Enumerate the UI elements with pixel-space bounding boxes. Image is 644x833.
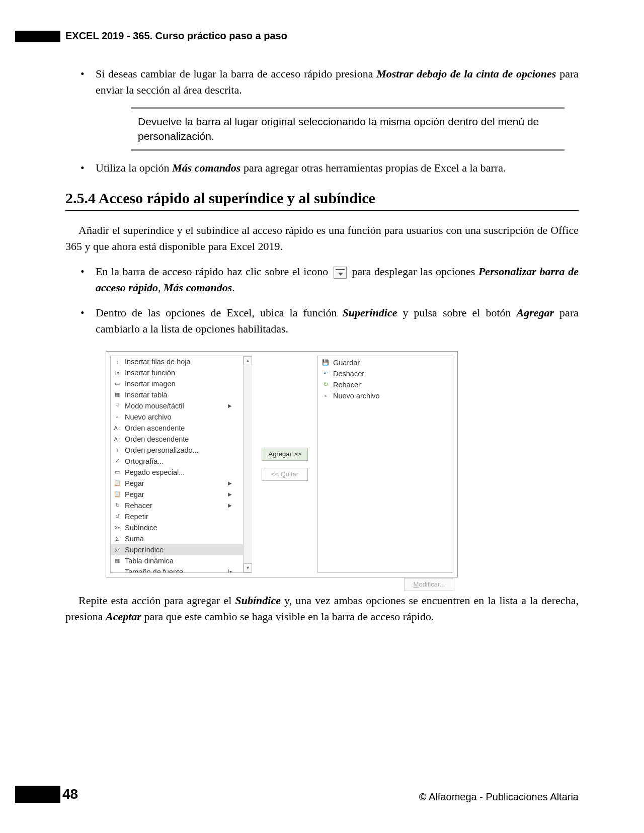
list-item[interactable]: ↻Rehacer▶ [111,500,243,511]
list-item[interactable]: ☟Modo mouse/táctil▶ [111,400,243,411]
command-icon: fx [113,369,122,377]
list-item[interactable]: Tamaño de fuenteI▾ [111,566,243,573]
list-item[interactable]: ✓Ortografía... [111,456,243,467]
scroll-down-button[interactable]: ▼ [244,563,252,572]
list-item[interactable]: A↓Orden ascendente [111,423,243,434]
list-item-label: Nuevo archivo [125,413,172,421]
command-icon: ☟ [113,402,122,410]
list-item[interactable]: ↕Insertar filas de hoja [111,356,243,367]
list-item-label: Nuevo archivo [333,392,380,400]
list-item[interactable]: fxInsertar función [111,367,243,378]
page-number: 48 [62,786,78,802]
selected-commands-list[interactable]: 💾Guardar↶Deshacer↻Rehacer▫Nuevo archivo [317,356,453,573]
copyright-text: © Alfaomega - Publicaciones Altaria [419,791,579,803]
list-item-label: Insertar imagen [125,380,176,388]
scrollbar[interactable]: ▲ ▼ [243,356,252,572]
dropdown-icon [334,267,347,279]
submenu-arrow-icon: ▶ [228,491,232,497]
text: Dentro de las opciones de Excel, ubica l… [96,306,343,319]
text: para desplegar las opciones [349,265,478,278]
list-item[interactable]: ▫Nuevo archivo [319,390,452,401]
list-item[interactable]: A↑Orden descendente [111,434,243,445]
list-item[interactable]: x₂Subíndice [111,522,243,533]
command-icon [113,568,122,573]
list-item-label: Orden personalizado... [125,446,199,454]
submenu-arrow-icon: ▶ [228,403,232,408]
command-icon: ✓ [113,457,122,465]
excel-options-dialog: ↕Insertar filas de hojafxInsertar funció… [106,351,458,577]
top-bullet-list: Si deseas cambiar de lugar la barra de a… [65,66,579,176]
available-commands-list[interactable]: ↕Insertar filas de hojafxInsertar funció… [110,356,252,573]
command-icon: ▫ [113,413,122,421]
command-icon: 💾 [321,359,330,367]
list-item[interactable]: ▭Pegado especial... [111,467,243,478]
bold-italic-text: Subíndice [235,594,280,607]
list-item-label: Superíndice [125,546,164,554]
command-icon: Σ [113,535,122,543]
command-icon: ▫ [321,392,330,400]
text: En la barra de acceso rápido haz clic so… [96,265,332,278]
bold-italic-text: Superíndice [343,306,397,319]
page-footer: 48 © Alfaomega - Publicaciones Altaria [0,786,644,803]
list-item-label: Pegar [125,490,144,498]
command-icon: 📋 [113,490,122,498]
list-item[interactable]: 📋Pegar▶ [111,478,243,489]
text: para agregar otras herramientas propias … [240,161,506,174]
list-item[interactable]: ▫Nuevo archivo [111,411,243,423]
submenu-arrow-icon: ▶ [228,503,232,508]
header-title: EXCEL 2019 - 365. Curso práctico paso a … [65,30,287,42]
list-item[interactable]: ⟟Orden personalizado... [111,445,243,456]
list-item-label: Modo mouse/táctil [125,402,184,410]
intro-paragraph: Añadir el superíndice y el subíndice al … [65,222,579,255]
modify-button[interactable]: Modificar... [404,578,454,591]
list-item[interactable]: ↺Repetir [111,511,243,522]
bold-italic-text: Más comandos [172,161,240,174]
dialog-middle-buttons: Agregar >> << Quitar [252,356,317,573]
list-item[interactable]: ΣSuma [111,533,243,544]
list-item[interactable]: 📋Pegar▶ [111,489,243,500]
list-item[interactable]: 💾Guardar [319,357,452,368]
bullet-item: Utiliza la opción Más comandos para agre… [96,160,579,176]
command-icon: ↺ [113,513,122,521]
list-item-label: Ortografía... [125,457,164,465]
page-header: EXCEL 2019 - 365. Curso práctico paso a … [65,30,579,42]
command-icon: x₂ [113,524,122,532]
command-icon: A↑ [113,435,122,443]
list-item-label: Insertar tabla [125,391,168,399]
command-icon: 📋 [113,479,122,487]
list-item[interactable]: ▦Tabla dinámica [111,555,243,566]
add-button[interactable]: Agregar >> [262,448,308,461]
command-icon: ▭ [113,468,122,476]
section-heading: 2.5.4 Acceso rápido al superíndice y al … [65,190,579,211]
extra-indicator: I▾ [228,569,232,573]
list-item-label: Rehacer [333,381,361,389]
remove-button[interactable]: << Quitar [262,468,308,481]
list-item-label: Tamaño de fuente [125,568,183,573]
list-item-label: Orden ascendente [125,424,185,432]
command-icon: ▦ [113,557,122,565]
list-item-label: Insertar filas de hoja [125,358,191,366]
bold-italic-text: Agregar [517,306,554,319]
command-icon: ↻ [113,502,122,510]
submenu-arrow-icon: ▶ [228,480,232,486]
list-item-label: Suma [125,535,144,543]
scroll-up-button[interactable]: ▲ [244,356,252,365]
list-item-label: Insertar función [125,369,175,377]
list-item-label: Orden descendente [125,435,189,443]
list-item[interactable]: x²Superíndice [111,544,243,555]
command-icon: ▦ [113,391,122,399]
footer-accent-bar [15,786,60,803]
list-item[interactable]: ↻Rehacer [319,379,452,390]
list-item[interactable]: ↶Deshacer [319,368,452,379]
list-item[interactable]: ▦Insertar tabla [111,389,243,400]
command-icon: x² [113,546,122,554]
note-box: Devuelve la barra al lugar original sele… [131,107,565,151]
list-item[interactable]: ▭Insertar imagen [111,378,243,389]
text: Si deseas cambiar de lugar la barra de a… [96,67,376,80]
text: para que este cambio se haga visible en … [141,610,434,623]
closing-paragraph: Repite esta acción para agregar el Subín… [65,593,579,625]
list-item-label: Pegar [125,479,144,487]
command-icon: ⟟ [113,446,122,454]
text: Utiliza la opción [96,161,172,174]
header-accent-bar [15,31,60,42]
